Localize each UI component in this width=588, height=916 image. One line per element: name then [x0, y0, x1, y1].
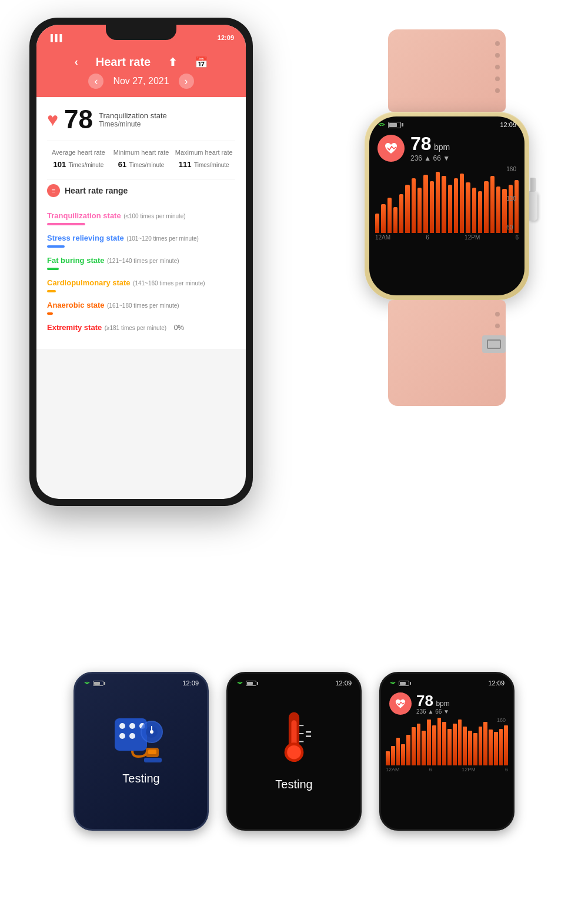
sw2-battery	[246, 681, 258, 686]
back-button[interactable]: ‹	[75, 56, 78, 68]
watch-status-bar: 12:09	[369, 116, 524, 131]
heart-icon: ♥	[47, 109, 58, 131]
svg-point-5	[129, 733, 135, 739]
sw3-chart: 160 12AM 6 12PM 6	[381, 717, 513, 775]
band-hole	[495, 41, 500, 46]
chart-bar	[412, 178, 416, 234]
stat-min-unit: Times/minute	[129, 162, 165, 168]
band-holes-top	[495, 41, 500, 93]
range-header: ≡ Heart rate range	[47, 179, 235, 202]
band-hole	[495, 324, 500, 328]
sw1-icons	[83, 680, 105, 686]
sw3-bpm-sub: 236 ▲ 66 ▼	[416, 708, 450, 715]
sw3-bpm-unit: bpm	[436, 700, 449, 708]
y-label-160: 160	[506, 166, 516, 172]
sw3-heart-icon	[389, 692, 412, 715]
watch-body: 12:09 78 bpm	[353, 112, 541, 300]
phone-screen: ▐▐▐ 12:09 ‹ Heart rate ⬆ 📅 ‹ Nov 27, 202…	[36, 25, 246, 499]
chart-bar	[387, 198, 392, 234]
share-button[interactable]: ⬆	[168, 56, 177, 69]
sw3-x-12pm: 12PM	[462, 767, 476, 772]
watch-icons-left	[377, 121, 403, 128]
band-hole	[495, 65, 500, 69]
chart-bar	[381, 204, 385, 234]
stat-average: Average heart rate 101 Times/minute	[47, 148, 110, 169]
range-icon: ≡	[47, 184, 60, 197]
date-row: ‹ Nov 27, 2021 ›	[48, 74, 234, 89]
svg-point-2	[129, 723, 135, 729]
watch-bpm-unit: bpm	[434, 142, 450, 152]
phone: ▐▐▐ 12:09 ‹ Heart rate ⬆ 📅 ‹ Nov 27, 202…	[29, 18, 265, 529]
sw3-chart-bar	[489, 730, 493, 765]
small-watch-3: 12:09 78 bpm 236 ▲ 66 ▼	[379, 672, 514, 831]
phone-header-title: ‹ Heart rate ⬆ 📅	[48, 55, 234, 69]
sw2-case: 12:09	[226, 672, 362, 831]
watch-crown[interactable]	[529, 191, 537, 221]
calendar-button[interactable]: 📅	[195, 56, 208, 69]
chart-y-labels: 160 120 60	[506, 166, 516, 231]
watch-large: 12:09 78 bpm	[323, 29, 570, 547]
sw3-chart-bar	[412, 727, 416, 765]
sw3-chart-bar	[422, 731, 426, 765]
sw3-chart-bar	[453, 724, 457, 765]
watch-button[interactable]	[530, 178, 536, 192]
band-clasp	[482, 335, 506, 353]
sw3-chart-bar	[447, 729, 452, 765]
chart-bar	[430, 181, 434, 233]
watch-bpm-sub: 236 ▲ 66 ▼	[410, 154, 450, 162]
chart-bar	[405, 185, 409, 234]
x-label-6b: 6	[515, 234, 519, 241]
watch-case: 12:09 78 bpm	[365, 112, 529, 300]
stat-min-label: Minimum heart rate	[110, 148, 173, 156]
sw3-x-6b: 6	[505, 767, 508, 772]
chart-bars	[375, 168, 519, 233]
sw3-chart-bar	[396, 738, 400, 766]
stat-avg-value: 101	[53, 160, 66, 169]
sw3-chart-bar	[463, 727, 467, 766]
sw3-wifi-icon	[389, 680, 396, 686]
range-item-anaerobic: Anaerobic state (161~180 times per minut…	[47, 299, 235, 315]
sw3-heart-svg	[395, 698, 406, 709]
range-item-stress: Stress relieving state (101~120 times pe…	[47, 232, 235, 248]
sw3-chart-bars	[386, 718, 508, 765]
x-label-12am: 12AM	[375, 234, 390, 241]
range-item-cardio: Cardiopulmonary state (141~160 times per…	[47, 277, 235, 292]
stat-max-unit: Times/minute	[194, 162, 229, 168]
sw3-chart-bar	[406, 735, 410, 765]
sw2-time: 12:09	[335, 679, 352, 687]
sw3-chart-bar	[437, 718, 442, 765]
date-next-button[interactable]: ›	[179, 74, 194, 89]
svg-point-1	[119, 723, 125, 729]
chart-bar	[454, 178, 458, 234]
bottom-section: 12:09	[0, 587, 588, 916]
status-time: 12:09	[218, 34, 234, 41]
sw3-chart-bar	[468, 731, 472, 765]
phone-status-bar: ▐▐▐ 12:09	[36, 25, 246, 51]
stat-avg-label: Average heart rate	[47, 148, 110, 156]
sw3-bpm-value: 78	[416, 692, 433, 710]
x-label-6: 6	[426, 234, 429, 241]
chart-bar	[478, 191, 482, 234]
chart-bar	[375, 214, 379, 233]
watch-heart-icon	[377, 135, 405, 162]
svg-rect-12	[144, 758, 162, 762]
chart-bar	[399, 194, 403, 233]
heart-rate-main: ♥ 78 Tranquilization state Times/minute	[47, 106, 235, 132]
sw1-case: 12:09	[74, 672, 209, 831]
range-title: Heart rate range	[65, 186, 128, 195]
date-prev-button[interactable]: ‹	[88, 74, 103, 89]
y-label-120: 120	[506, 195, 516, 202]
sw3-heart-section: 78 bpm 236 ▲ 66 ▼	[381, 690, 513, 717]
svg-point-4	[119, 733, 125, 739]
sw3-y-label: 160	[497, 717, 506, 723]
sw3-chart-bar	[458, 720, 462, 765]
stat-max-value: 111	[179, 160, 192, 169]
status-left: ▐▐▐	[48, 34, 62, 41]
sw3-chart-bar	[391, 746, 395, 765]
sw3-chart-bar	[504, 725, 508, 765]
chart-bar	[460, 174, 464, 233]
page-title: Heart rate	[96, 55, 151, 69]
range-percent-6: 0%	[174, 324, 184, 332]
state-label: Tranquilization state	[99, 111, 167, 120]
range-label-4: Cardiopulmonary state	[47, 278, 131, 287]
